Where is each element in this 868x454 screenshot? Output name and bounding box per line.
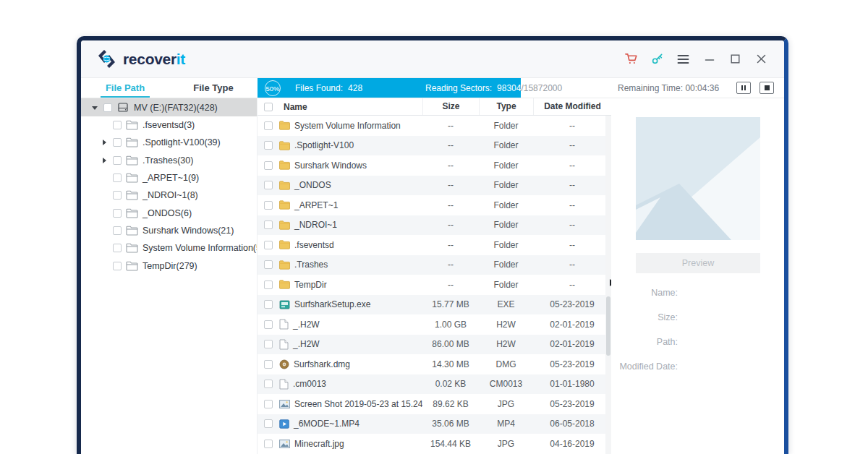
folder-outline-icon bbox=[126, 261, 138, 271]
pause-button[interactable] bbox=[736, 82, 751, 94]
tree-item[interactable]: .Spotlight-V100(39) bbox=[81, 134, 257, 151]
folder-icon bbox=[279, 200, 290, 210]
column-type[interactable]: Type bbox=[479, 98, 533, 115]
checkbox[interactable] bbox=[264, 440, 273, 448]
checkbox[interactable] bbox=[264, 201, 273, 210]
cart-icon[interactable] bbox=[623, 51, 639, 67]
file-date-modified: 05-23-2019 bbox=[533, 399, 611, 409]
table-row[interactable]: SurfsharkSetup.exe15.77 MBEXE05-23-2019 bbox=[258, 295, 611, 315]
scrollbar-thumb[interactable] bbox=[606, 296, 610, 356]
table-row[interactable]: .cm00130.02 KBCM001301-01-1980 bbox=[258, 374, 611, 395]
checkbox[interactable] bbox=[264, 220, 273, 229]
menu-icon[interactable] bbox=[675, 51, 692, 67]
tree-item[interactable]: _ONDOS(6) bbox=[81, 204, 257, 221]
file-size: 0.02 KB bbox=[422, 379, 479, 389]
table-row[interactable]: System Volume Information--Folder-- bbox=[258, 116, 611, 136]
checkbox[interactable] bbox=[103, 103, 112, 112]
checkbox[interactable] bbox=[264, 360, 273, 369]
tab-progress-row: File Path File Type 50% Files Found:428 … bbox=[81, 78, 784, 98]
table-row[interactable]: .Trashes--Folder-- bbox=[258, 255, 611, 275]
folder-outline-icon bbox=[126, 226, 138, 236]
caret-right-icon[interactable] bbox=[100, 138, 109, 147]
caret-right-icon[interactable] bbox=[100, 156, 109, 165]
column-date-modified[interactable]: Date Modified bbox=[533, 98, 611, 115]
checkbox[interactable] bbox=[264, 300, 273, 309]
checkbox[interactable] bbox=[264, 400, 273, 408]
checkbox[interactable] bbox=[264, 121, 273, 130]
tree-item[interactable]: .fseventsd(3) bbox=[81, 116, 257, 134]
checkbox[interactable] bbox=[113, 244, 122, 252]
tree-item[interactable]: TempDir(279) bbox=[81, 257, 257, 274]
checkbox[interactable] bbox=[264, 181, 273, 189]
file-type: EXE bbox=[479, 299, 533, 309]
table-row[interactable]: TempDir--Folder-- bbox=[258, 275, 611, 295]
file-date-modified: 05-23-2019 bbox=[533, 359, 611, 369]
checkbox[interactable] bbox=[113, 209, 122, 218]
column-size[interactable]: Size bbox=[422, 98, 479, 115]
column-name[interactable]: Name bbox=[284, 102, 307, 112]
table-row[interactable]: _ARPET~1--Folder-- bbox=[258, 195, 611, 215]
checkbox[interactable] bbox=[264, 280, 273, 289]
checkbox[interactable] bbox=[264, 419, 273, 428]
file-name: System Volume Information bbox=[294, 121, 401, 131]
progress-percent: 50% bbox=[265, 80, 281, 96]
select-all-checkbox[interactable] bbox=[264, 103, 273, 111]
checkbox[interactable] bbox=[113, 262, 122, 270]
table-row[interactable]: Minecraft.jpg154.44 KBJPG04-16-2019 bbox=[258, 434, 611, 454]
checkbox[interactable] bbox=[113, 121, 122, 129]
checkbox[interactable] bbox=[113, 174, 122, 182]
table-row[interactable]: _NDROI~1--Folder-- bbox=[258, 215, 611, 236]
file-date-modified: -- bbox=[533, 200, 611, 210]
image-icon bbox=[279, 400, 290, 408]
checkbox[interactable] bbox=[113, 156, 122, 165]
checkbox[interactable] bbox=[264, 260, 273, 269]
table-row[interactable]: .Spotlight-V100--Folder-- bbox=[258, 136, 611, 156]
table-row[interactable]: Surfshark.dmg14.30 MBDMG05-23-2019 bbox=[258, 354, 611, 374]
file-type: JPG bbox=[479, 399, 533, 409]
preview-field-label: Modified Date: bbox=[611, 361, 678, 372]
stop-button[interactable] bbox=[760, 82, 774, 94]
checkbox[interactable] bbox=[264, 241, 273, 249]
app-title: recoverit bbox=[123, 51, 185, 68]
tree-item[interactable]: System Volume Information(5) bbox=[81, 239, 257, 257]
caret-down-icon[interactable] bbox=[90, 103, 99, 112]
tree-item[interactable]: Surshark Windows(21) bbox=[81, 222, 257, 239]
checkbox[interactable] bbox=[113, 138, 122, 147]
close-icon[interactable] bbox=[753, 51, 770, 67]
tree-item[interactable]: .Trashes(30) bbox=[81, 152, 257, 169]
table-row[interactable]: Screen Shot 2019-05-23 at 15.24.17.j...8… bbox=[258, 394, 611, 414]
tree-root-drive[interactable]: MV (E:)(FAT32)(428) bbox=[81, 98, 257, 116]
checkbox[interactable] bbox=[264, 320, 273, 329]
caret-spacer bbox=[100, 174, 109, 182]
video-icon bbox=[279, 419, 289, 429]
checkbox[interactable] bbox=[113, 226, 122, 235]
table-row[interactable]: _.H2W1.00 GBH2W02-01-2019 bbox=[258, 314, 611, 335]
checkbox[interactable] bbox=[264, 141, 273, 150]
table-row[interactable]: .fseventsd--Folder-- bbox=[258, 235, 611, 255]
file-type: Folder bbox=[479, 160, 533, 171]
table-row[interactable]: _6MODE~1.MP435.06 MBMP406-05-2018 bbox=[258, 414, 611, 434]
maximize-icon[interactable] bbox=[727, 51, 744, 67]
checkbox[interactable] bbox=[264, 340, 273, 348]
checkbox[interactable] bbox=[264, 161, 273, 170]
file-date-modified: 02-01-2019 bbox=[533, 339, 611, 349]
screenshot-canvas: recoverit bbox=[0, 0, 868, 454]
table-row[interactable]: _.H2W86.00 MBH2W02-01-2019 bbox=[258, 335, 611, 355]
table-row[interactable]: _ONDOS--Folder-- bbox=[258, 176, 611, 196]
file-size: -- bbox=[422, 260, 479, 270]
file-name: .Trashes bbox=[294, 260, 328, 270]
checkbox[interactable] bbox=[113, 191, 122, 200]
folder-outline-icon bbox=[126, 137, 138, 147]
tab-file-path[interactable]: File Path bbox=[81, 78, 169, 98]
file-date-modified: -- bbox=[533, 160, 611, 171]
tree-item[interactable]: _ARPET~1(9) bbox=[81, 169, 257, 187]
tree-item[interactable]: _NDROI~1(8) bbox=[81, 187, 257, 204]
table-row[interactable]: Surshark Windows--Folder-- bbox=[258, 155, 611, 176]
minimize-icon[interactable] bbox=[701, 51, 718, 67]
preview-button[interactable]: Preview bbox=[636, 253, 760, 273]
key-icon[interactable] bbox=[649, 51, 665, 67]
tree-item-label: _ARPET~1(9) bbox=[142, 173, 199, 183]
preview-panel: Preview Name:Size:Path:Modified Date: bbox=[611, 98, 784, 454]
tab-file-type[interactable]: File Type bbox=[169, 78, 258, 98]
checkbox[interactable] bbox=[264, 380, 273, 388]
